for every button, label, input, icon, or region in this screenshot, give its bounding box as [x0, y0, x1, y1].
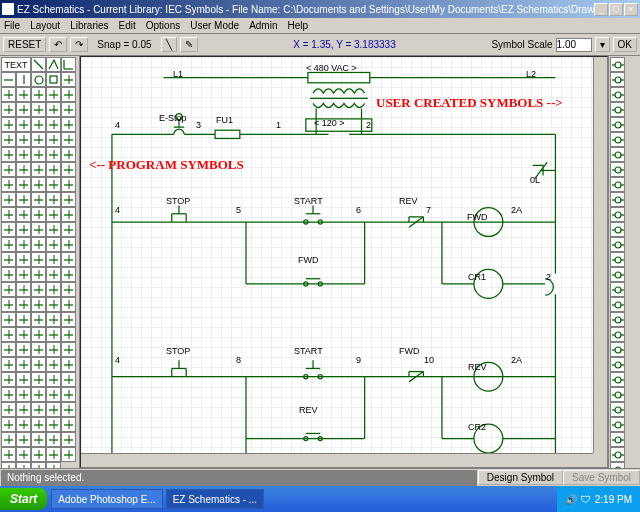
palette-symbol[interactable] — [61, 72, 76, 87]
palette-symbol[interactable] — [46, 312, 61, 327]
palette-symbol[interactable] — [1, 282, 16, 297]
palette-symbol[interactable] — [610, 447, 625, 462]
palette-symbol[interactable] — [610, 72, 625, 87]
palette-symbol[interactable] — [1, 267, 16, 282]
palette-symbol[interactable] — [31, 147, 46, 162]
menu-options[interactable]: Options — [146, 20, 180, 31]
palette-symbol[interactable] — [31, 177, 46, 192]
menu-layout[interactable]: Layout — [30, 20, 60, 31]
palette-symbol[interactable] — [610, 252, 625, 267]
palette-symbol[interactable] — [610, 237, 625, 252]
palette-symbol[interactable] — [61, 327, 76, 342]
save-symbol-button[interactable]: Save Symbol — [563, 470, 640, 485]
palette-symbol[interactable] — [1, 237, 16, 252]
palette-symbol[interactable] — [1, 252, 16, 267]
tool-line-icon[interactable]: ╲ — [161, 37, 177, 52]
palette-symbol[interactable] — [16, 207, 31, 222]
palette-symbol[interactable] — [1, 432, 16, 447]
palette-symbol[interactable] — [46, 282, 61, 297]
palette-symbol[interactable] — [61, 447, 76, 462]
vertical-scrollbar[interactable] — [593, 57, 607, 453]
palette-symbol[interactable] — [46, 387, 61, 402]
palette-symbol[interactable] — [610, 267, 625, 282]
design-symbol-button[interactable]: Design Symbol — [478, 470, 563, 485]
palette-symbol[interactable] — [16, 177, 31, 192]
palette-symbol[interactable] — [61, 222, 76, 237]
palette-symbol[interactable] — [31, 192, 46, 207]
palette-symbol[interactable] — [31, 117, 46, 132]
palette-symbol[interactable] — [16, 222, 31, 237]
redo-button[interactable]: ↷ — [70, 37, 88, 52]
palette-symbol[interactable] — [61, 387, 76, 402]
palette-symbol[interactable] — [61, 282, 76, 297]
palette-symbol[interactable] — [61, 237, 76, 252]
palette-symbol[interactable] — [610, 432, 625, 447]
palette-symbol[interactable] — [46, 207, 61, 222]
palette-symbol[interactable] — [16, 162, 31, 177]
palette-symbol[interactable] — [610, 147, 625, 162]
menu-admin[interactable]: Admin — [249, 20, 277, 31]
palette-symbol[interactable] — [1, 357, 16, 372]
palette-symbol[interactable] — [1, 177, 16, 192]
palette-symbol[interactable] — [16, 282, 31, 297]
palette-symbol[interactable] — [610, 177, 625, 192]
palette-symbol[interactable] — [1, 132, 16, 147]
palette-symbol[interactable] — [46, 417, 61, 432]
palette-symbol[interactable] — [1, 372, 16, 387]
palette-symbol[interactable] — [61, 102, 76, 117]
palette-symbol[interactable] — [610, 372, 625, 387]
scale-spinner[interactable]: ▾ — [595, 37, 610, 52]
palette-symbol[interactable] — [46, 87, 61, 102]
palette-symbol[interactable] — [16, 132, 31, 147]
palette-symbol[interactable] — [61, 132, 76, 147]
palette-symbol[interactable] — [61, 357, 76, 372]
menu-libraries[interactable]: Libraries — [70, 20, 108, 31]
palette-symbol[interactable] — [46, 57, 61, 72]
palette-symbol[interactable] — [16, 402, 31, 417]
palette-symbol[interactable] — [16, 372, 31, 387]
palette-symbol[interactable] — [61, 177, 76, 192]
palette-symbol[interactable] — [31, 87, 46, 102]
palette-symbol[interactable] — [46, 117, 61, 132]
palette-symbol[interactable] — [61, 147, 76, 162]
palette-symbol[interactable] — [1, 192, 16, 207]
text-tool[interactable]: TEXT — [1, 57, 31, 72]
palette-symbol[interactable] — [46, 252, 61, 267]
minimize-button[interactable]: _ — [594, 3, 608, 16]
palette-symbol[interactable] — [610, 282, 625, 297]
palette-symbol[interactable] — [31, 327, 46, 342]
palette-symbol[interactable] — [46, 132, 61, 147]
palette-symbol[interactable] — [610, 117, 625, 132]
scale-input[interactable] — [556, 38, 592, 52]
palette-symbol[interactable] — [610, 402, 625, 417]
palette-symbol[interactable] — [61, 267, 76, 282]
palette-symbol[interactable] — [46, 147, 61, 162]
start-button[interactable]: Start — [0, 488, 47, 510]
palette-symbol[interactable] — [46, 357, 61, 372]
palette-symbol[interactable] — [31, 447, 46, 462]
palette-symbol[interactable] — [610, 192, 625, 207]
palette-symbol[interactable] — [61, 402, 76, 417]
palette-symbol[interactable] — [31, 372, 46, 387]
palette-symbol[interactable] — [61, 192, 76, 207]
palette-symbol[interactable] — [46, 372, 61, 387]
palette-symbol[interactable] — [1, 162, 16, 177]
palette-symbol[interactable] — [46, 162, 61, 177]
palette-symbol[interactable] — [61, 252, 76, 267]
palette-symbol[interactable] — [1, 312, 16, 327]
palette-symbol[interactable] — [31, 237, 46, 252]
palette-symbol[interactable] — [61, 372, 76, 387]
palette-symbol[interactable] — [16, 327, 31, 342]
palette-symbol[interactable] — [16, 117, 31, 132]
menu-usermode[interactable]: User Mode — [190, 20, 239, 31]
palette-symbol[interactable] — [31, 357, 46, 372]
palette-symbol[interactable] — [31, 102, 46, 117]
reset-button[interactable]: RESET — [3, 37, 46, 52]
palette-symbol[interactable] — [61, 87, 76, 102]
palette-symbol[interactable] — [610, 312, 625, 327]
palette-symbol[interactable] — [610, 357, 625, 372]
palette-symbol[interactable] — [1, 207, 16, 222]
task-photoshop[interactable]: Adobe Photoshop E... — [51, 489, 162, 509]
palette-symbol[interactable] — [31, 207, 46, 222]
palette-symbol[interactable] — [16, 312, 31, 327]
